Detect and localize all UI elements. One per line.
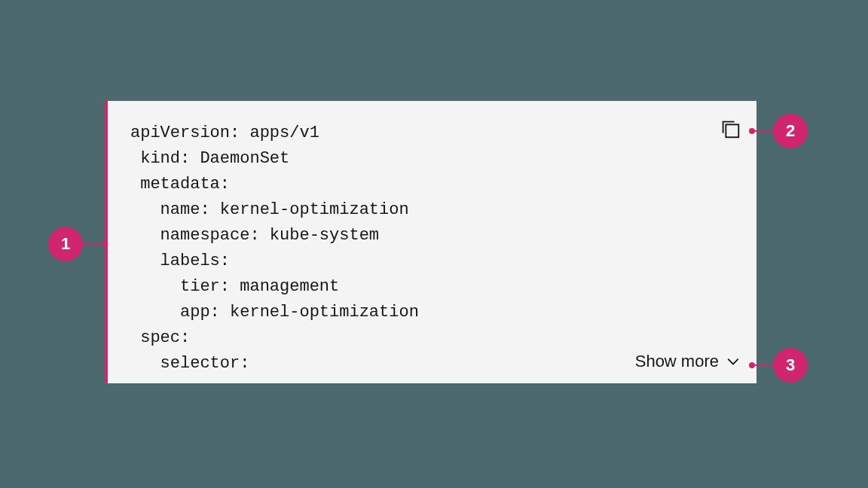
code-snippet-block: apiVersion: apps/v1 kind: DaemonSet meta… — [105, 101, 756, 383]
callout-line-2 — [755, 130, 773, 132]
show-more-label: Show more — [635, 352, 719, 371]
callout-badge-1: 1 — [48, 227, 83, 261]
callout-line-1 — [83, 243, 102, 245]
callout-line-3 — [755, 364, 773, 366]
callout-3: 3 — [749, 348, 808, 383]
svg-rect-0 — [726, 124, 738, 137]
callout-1: 1 — [48, 227, 108, 261]
code-content: apiVersion: apps/v1 kind: DaemonSet meta… — [130, 120, 419, 377]
callout-2: 2 — [749, 114, 808, 148]
copy-button[interactable] — [719, 117, 741, 140]
callout-badge-3: 3 — [773, 348, 808, 383]
callout-dot-2 — [749, 128, 755, 134]
chevron-down-icon — [726, 355, 740, 368]
callout-dot-3 — [749, 362, 755, 368]
copy-icon — [719, 117, 741, 140]
show-more-button[interactable]: Show more — [635, 352, 740, 371]
callout-badge-2: 2 — [773, 114, 808, 148]
